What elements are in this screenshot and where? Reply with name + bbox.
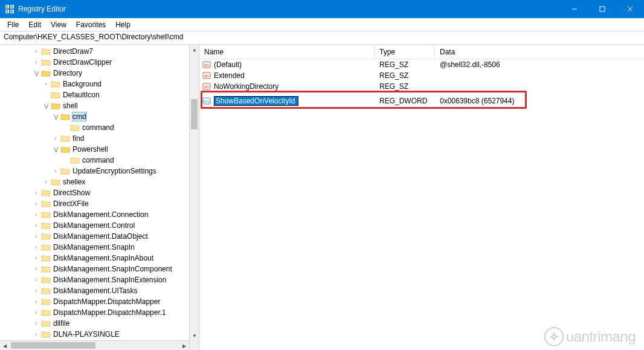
- chevron-down-icon[interactable]: ⋁: [52, 146, 59, 152]
- list-body[interactable]: ab (Default)REG_SZ@shell32.dll,-8506 ab …: [199, 59, 644, 350]
- tree-label: DiskManagement.Control: [53, 221, 135, 230]
- column-name[interactable]: Name: [199, 45, 375, 59]
- string-icon: ab: [202, 71, 211, 80]
- tree-item[interactable]: ⋁ shell: [0, 100, 199, 111]
- chevron-right-icon[interactable]: ›: [33, 48, 40, 54]
- tree-label: DiskManagement.SnapInExtension: [53, 276, 166, 284]
- tree-label: Background: [63, 80, 101, 88]
- scroll-right-button[interactable]: ▶: [179, 341, 189, 350]
- list-header: Name Type Data: [199, 45, 644, 59]
- tree-item[interactable]: › DiskManagement.SnapIn: [0, 242, 199, 253]
- tree-item[interactable]: ⋁ cmd: [0, 111, 199, 122]
- tree-item[interactable]: › DiskManagement.Control: [0, 220, 199, 231]
- folder-icon: [41, 265, 51, 273]
- chevron-right-icon[interactable]: ›: [42, 179, 50, 185]
- folder-icon: [70, 156, 80, 164]
- svg-rect-8: [6, 10, 7, 13]
- column-type[interactable]: Type: [375, 45, 435, 59]
- tree-panel[interactable]: › DirectDraw7› DirectDrawClipper⋁ Direct…: [0, 45, 199, 350]
- tree-item[interactable]: › shellex: [0, 177, 199, 187]
- tree-item[interactable]: › DiskManagement.SnapInExtension: [0, 274, 199, 285]
- chevron-down-icon[interactable]: ⋁: [33, 70, 40, 76]
- tree-item[interactable]: › DirectDraw7: [0, 46, 199, 57]
- folder-icon: [60, 167, 70, 175]
- dword-icon: 011: [202, 96, 211, 106]
- value-row[interactable]: ab (Default)REG_SZ@shell32.dll,-8506: [199, 59, 644, 70]
- menu-file[interactable]: File: [2, 19, 24, 30]
- column-data[interactable]: Data: [435, 45, 644, 59]
- value-row[interactable]: 011 REG_DWORD0x00639bc8 (6527944): [199, 96, 644, 106]
- chevron-right-icon[interactable]: ›: [33, 212, 40, 218]
- scroll-thumb[interactable]: [191, 99, 198, 129]
- value-name-edit[interactable]: [214, 96, 298, 106]
- scroll-down-button[interactable]: ▼: [190, 331, 199, 340]
- tree-item[interactable]: ⋁ Directory: [0, 68, 199, 79]
- chevron-right-icon[interactable]: ›: [33, 201, 40, 207]
- folder-icon: [51, 102, 60, 110]
- chevron-right-icon[interactable]: ›: [33, 266, 40, 272]
- chevron-right-icon[interactable]: ›: [33, 222, 40, 228]
- chevron-right-icon[interactable]: ›: [33, 320, 40, 326]
- tree-item[interactable]: › DiskManagement.DataObject: [0, 231, 199, 242]
- minimize-button[interactable]: [561, 0, 588, 18]
- address-bar[interactable]: Computer\HKEY_CLASSES_ROOT\Directory\she…: [0, 31, 644, 45]
- chevron-right-icon[interactable]: ›: [42, 81, 50, 87]
- chevron-down-icon[interactable]: ⋁: [42, 103, 50, 109]
- tree-item[interactable]: DefaultIcon: [0, 89, 199, 100]
- tree-item[interactable]: command: [0, 155, 199, 166]
- chevron-right-icon[interactable]: ›: [33, 288, 40, 294]
- tree-item[interactable]: › DiskManagement.Connection: [0, 209, 199, 220]
- tree-scrollbar[interactable]: ▲ ▼: [189, 45, 199, 350]
- tree-item[interactable]: › find: [0, 133, 199, 144]
- list-panel: Name Type Data ab (Default)REG_SZ@shell3…: [199, 45, 644, 350]
- tree-item[interactable]: › dllfile: [0, 318, 199, 329]
- value-row[interactable]: ab NoWorkingDirectoryREG_SZ: [199, 81, 644, 92]
- svg-rect-10: [11, 10, 11, 13]
- tree-scrollbar-h[interactable]: ◀ ▶: [0, 340, 189, 350]
- scroll-left-button[interactable]: ◀: [0, 341, 10, 350]
- tree-item[interactable]: › DiskManagement.SnapInComponent: [0, 264, 199, 274]
- tree-label: DiskManagement.SnapInComponent: [53, 265, 172, 273]
- folder-icon: [41, 199, 51, 208]
- tree-item[interactable]: › DispatchMapper.DispatchMapper.1: [0, 307, 199, 318]
- folder-icon: [41, 287, 51, 295]
- scroll-up-button[interactable]: ▲: [190, 45, 199, 54]
- chevron-right-icon[interactable]: ›: [52, 135, 59, 141]
- folder-icon: [41, 254, 51, 262]
- close-button[interactable]: [616, 0, 644, 18]
- tree-item[interactable]: › DispatchMapper.DispatchMapper: [0, 296, 199, 307]
- tree-item[interactable]: › Background: [0, 79, 199, 89]
- tree-item[interactable]: ⋁ Powershell: [0, 144, 199, 155]
- menu-favorites[interactable]: Favorites: [71, 19, 111, 30]
- value-row[interactable]: ab ExtendedREG_SZ: [199, 70, 644, 81]
- chevron-right-icon[interactable]: ›: [33, 244, 40, 250]
- chevron-right-icon[interactable]: ›: [33, 59, 40, 65]
- tree-item[interactable]: command: [0, 122, 199, 133]
- chevron-right-icon[interactable]: ›: [33, 255, 40, 261]
- chevron-right-icon[interactable]: ›: [33, 299, 40, 305]
- tree-item[interactable]: › UpdateEncryptionSettings: [0, 166, 199, 177]
- chevron-right-icon[interactable]: ›: [33, 309, 40, 316]
- tree-item[interactable]: › DirectXFile: [0, 198, 199, 209]
- menu-help[interactable]: Help: [111, 19, 135, 30]
- maximize-button[interactable]: [588, 0, 616, 18]
- chevron-right-icon[interactable]: ›: [33, 277, 40, 283]
- tree-item[interactable]: › DLNA-PLAYSINGLE: [0, 329, 199, 340]
- tree-item[interactable]: › DiskManagement.UITasks: [0, 285, 199, 296]
- tree-item[interactable]: › DirectShow: [0, 187, 199, 198]
- folder-icon: [60, 145, 70, 154]
- chevron-right-icon[interactable]: ›: [33, 233, 40, 239]
- chevron-right-icon[interactable]: ›: [33, 190, 40, 196]
- menu-edit[interactable]: Edit: [24, 19, 46, 30]
- tree-item[interactable]: › DiskManagement.SnapInAbout: [0, 253, 199, 264]
- chevron-right-icon[interactable]: ›: [52, 168, 59, 174]
- tree-label: DispatchMapper.DispatchMapper.1: [53, 308, 166, 317]
- value-type: REG_SZ: [375, 60, 435, 69]
- menu-view[interactable]: View: [46, 19, 71, 30]
- chevron-right-icon[interactable]: ›: [33, 331, 40, 337]
- folder-icon: [41, 297, 51, 306]
- chevron-down-icon[interactable]: ⋁: [52, 114, 59, 120]
- tree-item[interactable]: › DirectDrawClipper: [0, 57, 199, 68]
- value-type: REG_SZ: [375, 71, 435, 80]
- scroll-thumb-h[interactable]: [11, 342, 95, 349]
